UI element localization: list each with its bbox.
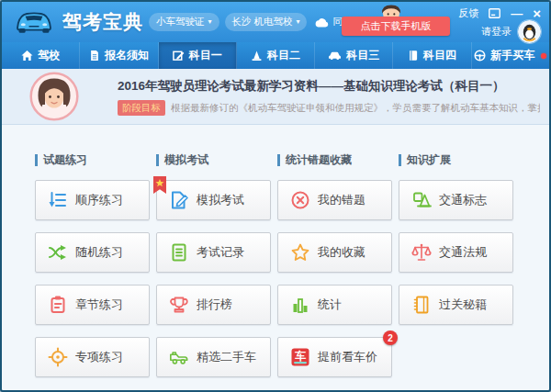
- section-column: 试题练习顺序练习随机练习章节练习专项练习: [35, 152, 150, 377]
- traffic-laws-button[interactable]: 交通法规: [399, 232, 513, 273]
- car-price-button[interactable]: 车提前看车价2: [277, 337, 392, 377]
- license-type-dropdown[interactable]: 小车驾驶证 ▾: [149, 13, 219, 31]
- chapter-practice-button[interactable]: 章节练习: [35, 285, 150, 325]
- star-icon: [290, 242, 310, 263]
- tab-registration-notice[interactable]: 报名须知: [80, 42, 158, 69]
- button-label: 我的错题: [318, 192, 365, 208]
- button-label: 专项练习: [75, 349, 123, 365]
- banner-description: 根据最新修订的《机动车驾驶证申领和使用规定》，学员需要了解机动车基本知识，掌握道…: [171, 102, 540, 115]
- button-list: 顺序练习随机练习章节练习专项练习: [35, 180, 150, 377]
- tab-label: 驾校: [38, 48, 60, 63]
- section-header: 试题练习: [35, 152, 150, 168]
- leaderboard-button[interactable]: 排行榜: [156, 285, 271, 325]
- section-header-label: 知识扩展: [407, 152, 451, 168]
- tab-newbie-car-buying[interactable]: 新手买车: [472, 42, 549, 69]
- document-icon: [89, 50, 100, 62]
- section-header-bar: [35, 154, 38, 166]
- button-label: 过关秘籍: [439, 297, 487, 313]
- section-header-label: 统计错题收藏: [286, 152, 352, 168]
- doc-pencil-icon: [169, 190, 189, 210]
- app-window: 驾考宝典 小车驾驶证 ▾ 长沙 机电驾校 ▾ 同步到云端 ▾: [0, 0, 551, 392]
- window-controls: 反馈 — ×: [458, 6, 541, 20]
- tab-driving-school[interactable]: 驾校: [2, 42, 80, 69]
- qq-penguin-avatar[interactable]: [518, 20, 541, 43]
- doc-lines-icon: [169, 242, 189, 263]
- teacher-avatar: [29, 72, 79, 121]
- button-list: 模拟考试考试记录排行榜精选二手车: [156, 180, 271, 377]
- button-label: 提前看车价: [318, 349, 377, 365]
- download-mobile-button[interactable]: 点击下载手机版: [342, 17, 450, 36]
- main-nav: 驾校报名须知科目一科目二科目三科目四新手买车: [2, 42, 549, 69]
- tab-label: 科目三: [346, 48, 379, 63]
- tab-subject-one[interactable]: 科目一: [159, 42, 237, 69]
- button-label: 考试记录: [197, 244, 244, 261]
- exam-tips-button[interactable]: 过关秘籍: [399, 285, 513, 325]
- section-header-bar: [399, 154, 401, 166]
- pencil-square-icon: [173, 50, 185, 62]
- tab-label: 科目四: [423, 48, 456, 63]
- panel-icon[interactable]: [489, 8, 500, 18]
- traffic-sign-icon: [411, 190, 432, 210]
- tab-subject-four[interactable]: 科目四: [393, 42, 471, 69]
- login-link[interactable]: 请登录: [481, 25, 512, 39]
- button-list: 我的错题我的收藏统计车提前看车价2: [277, 180, 392, 377]
- section-column: 知识扩展交通标志交通法规过关秘籍: [399, 152, 513, 377]
- login-area: 请登录: [481, 20, 541, 43]
- section-column: 模拟考试模拟考试考试记录排行榜精选二手车: [156, 152, 271, 377]
- truck-icon: [169, 347, 189, 367]
- chevron-down-icon: ▾: [296, 18, 299, 26]
- section-column: 统计错题收藏我的错题我的收藏统计车提前看车价2: [277, 152, 392, 377]
- count-badge: 2: [383, 330, 398, 345]
- my-mistakes-button[interactable]: 我的错题: [277, 180, 392, 220]
- close-icon[interactable]: ×: [533, 6, 541, 20]
- banner-title: 2016年驾驶员理论考试最新学习资料——基础知识理论考试（科目一）: [118, 78, 540, 95]
- steering-wheel-icon: [474, 50, 486, 62]
- exam-record-button[interactable]: 考试记录: [156, 232, 271, 273]
- car-icon: [328, 50, 342, 62]
- traffic-signs-button[interactable]: 交通标志: [399, 180, 513, 220]
- notebook-icon: [411, 295, 432, 315]
- section-header-bar: [277, 154, 280, 166]
- my-favorites-button[interactable]: 我的收藏: [277, 232, 392, 273]
- button-label: 我的收藏: [318, 244, 365, 261]
- button-label: 统计: [318, 297, 342, 313]
- banner-text: 2016年驾驶员理论考试最新学习资料——基础知识理论考试（科目一） 阶段目标 根…: [118, 78, 540, 116]
- scales-icon: [411, 242, 432, 263]
- tab-label: 科目二: [267, 48, 300, 63]
- used-cars-button[interactable]: 精选二手车: [156, 337, 271, 377]
- section-header: 知识扩展: [399, 152, 513, 168]
- section-header-label: 试题练习: [43, 152, 87, 168]
- section-header: 统计错题收藏: [277, 152, 392, 168]
- mock-exam-button[interactable]: 模拟考试: [156, 180, 271, 220]
- minimize-icon[interactable]: —: [511, 7, 523, 19]
- ordered-list-icon: [48, 190, 68, 210]
- app-title: 驾考宝典: [62, 9, 143, 35]
- tab-subject-three[interactable]: 科目三: [315, 42, 393, 69]
- shuffle-icon: [48, 242, 68, 263]
- section-header: 模拟考试: [156, 152, 271, 168]
- special-practice-button[interactable]: 专项练习: [35, 337, 150, 377]
- svg-text:车: 车: [295, 350, 307, 363]
- tab-subject-two[interactable]: 科目二: [237, 42, 315, 69]
- button-list: 交通标志交通法规过关秘籍: [399, 180, 513, 325]
- home-icon: [21, 50, 33, 62]
- section-header-bar: [156, 154, 159, 166]
- driving-school-dropdown[interactable]: 长沙 机电驾校 ▾: [225, 13, 308, 31]
- stage-goal-badge: 阶段目标: [118, 100, 165, 116]
- feedback-link[interactable]: 反馈: [458, 6, 478, 20]
- button-label: 交通法规: [439, 244, 487, 261]
- clipboard-icon: [48, 295, 68, 315]
- tab-label: 科目一: [189, 48, 222, 63]
- button-label: 精选二手车: [197, 349, 256, 365]
- che-icon: 车: [290, 347, 310, 367]
- chevron-down-icon: ▾: [208, 18, 212, 26]
- button-label: 模拟考试: [197, 192, 244, 208]
- circle-x-icon: [290, 190, 310, 210]
- button-label: 章节练习: [75, 297, 123, 313]
- tab-label: 报名须知: [105, 48, 149, 63]
- random-practice-button[interactable]: 随机练习: [35, 232, 150, 273]
- cloud-icon: [314, 17, 329, 28]
- titlebar: 驾考宝典 小车驾驶证 ▾ 长沙 机电驾校 ▾ 同步到云端 ▾: [2, 2, 549, 42]
- sequential-practice-button[interactable]: 顺序练习: [35, 180, 150, 220]
- statistics-button[interactable]: 统计: [277, 285, 392, 325]
